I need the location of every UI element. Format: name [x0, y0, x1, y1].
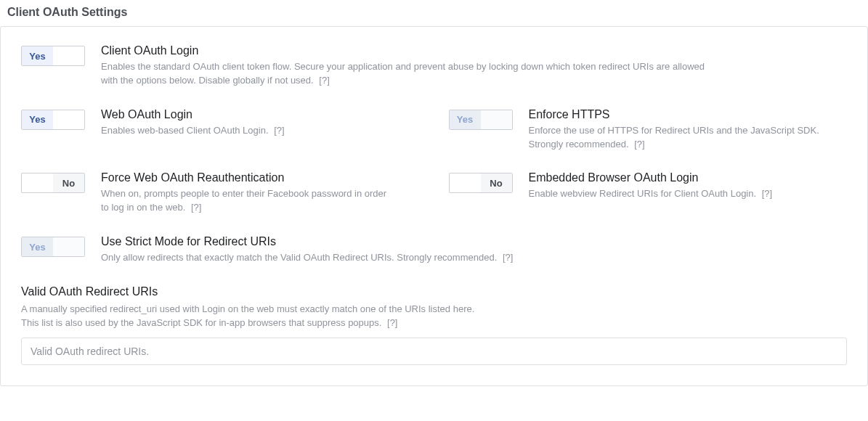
setting-col: Yes No Embedded Browser OAuth Login Enab…	[449, 171, 848, 215]
settings-panel: Yes No Client OAuth Login Enables the st…	[0, 26, 868, 386]
toggle-embedded-browser[interactable]: Yes No	[449, 173, 513, 193]
toggle-web-oauth-login[interactable]: Yes No	[21, 110, 85, 130]
help-icon[interactable]: [?]	[319, 75, 329, 86]
toggle-no-label: No	[53, 237, 84, 256]
setting-col: Yes No Client OAuth Login Enables the st…	[21, 44, 847, 88]
setting-col: Yes No Use Strict Mode for Redirect URIs…	[21, 235, 847, 265]
toggle-client-oauth-login[interactable]: Yes No	[21, 46, 85, 66]
setting-title: Web OAuth Login	[101, 108, 393, 121]
setting-desc-text: Enforce the use of HTTPS for Redirect UR…	[529, 125, 819, 150]
setting-desc: Enable webview Redirect URIs for Client …	[529, 187, 821, 201]
setting-desc: Enables web-based Client OAuth Login. [?…	[101, 124, 393, 138]
toggle-force-reauth[interactable]: Yes No	[21, 173, 85, 193]
setting-title: Embedded Browser OAuth Login	[529, 171, 821, 184]
setting-desc: Enforce the use of HTTPS for Redirect UR…	[529, 124, 821, 152]
toggle-no-label: No	[481, 110, 512, 129]
setting-desc-text: Enables the standard OAuth client token …	[101, 61, 705, 86]
field-desc-line: This list is also used by the JavaScript…	[21, 317, 381, 328]
toggle-yes-label: Yes	[22, 46, 53, 65]
toggle-no-label: No	[53, 173, 84, 192]
setting-desc-text: Enable webview Redirect URIs for Client …	[529, 188, 757, 199]
toggle-yes-label: Yes	[22, 237, 53, 256]
setting-col: Yes No Force Web OAuth Reauthentication …	[21, 171, 420, 215]
help-icon[interactable]: [?]	[762, 188, 772, 199]
setting-desc: Only allow redirects that exactly match …	[101, 251, 713, 265]
toggle-no-label: No	[53, 46, 84, 65]
toggle-yes-label: Yes	[450, 173, 481, 192]
toggle-no-label: No	[481, 173, 512, 192]
help-icon[interactable]: [?]	[191, 202, 201, 213]
setting-row-reauth-and-embedded: Yes No Force Web OAuth Reauthentication …	[21, 171, 847, 215]
setting-col: Yes No Web OAuth Login Enables web-based…	[21, 108, 420, 152]
setting-desc-text: Only allow redirects that exactly match …	[101, 252, 497, 263]
valid-redirect-section: Valid OAuth Redirect URIs A manually spe…	[21, 285, 847, 365]
field-desc-line: A manually specified redirect_uri used w…	[21, 303, 474, 314]
toggle-enforce-https: Yes No	[449, 110, 513, 130]
setting-title: Force Web OAuth Reauthentication	[101, 171, 393, 184]
help-icon[interactable]: [?]	[387, 317, 397, 328]
toggle-no-label: No	[53, 110, 84, 129]
toggle-yes-label: Yes	[450, 110, 481, 129]
toggle-yes-label: Yes	[22, 110, 53, 129]
toggle-strict-mode: Yes No	[21, 237, 85, 257]
setting-row-strict-mode: Yes No Use Strict Mode for Redirect URIs…	[21, 235, 847, 265]
valid-redirect-uris-input[interactable]	[21, 338, 847, 365]
setting-title: Client OAuth Login	[101, 44, 713, 57]
setting-row-client-oauth-login: Yes No Client OAuth Login Enables the st…	[21, 44, 847, 88]
help-icon[interactable]: [?]	[274, 125, 284, 136]
help-icon[interactable]: [?]	[634, 139, 644, 150]
setting-col: Yes No Enforce HTTPS Enforce the use of …	[449, 108, 848, 152]
toggle-yes-label: Yes	[22, 173, 53, 192]
setting-title: Enforce HTTPS	[529, 108, 821, 121]
setting-desc-text: Enables web-based Client OAuth Login.	[101, 125, 269, 136]
setting-row-web-and-https: Yes No Web OAuth Login Enables web-based…	[21, 108, 847, 152]
help-icon[interactable]: [?]	[503, 252, 513, 263]
setting-desc: Enables the standard OAuth client token …	[101, 60, 713, 88]
section-header: Client OAuth Settings	[0, 0, 868, 26]
setting-desc: When on, prompts people to enter their F…	[101, 187, 393, 215]
setting-title: Use Strict Mode for Redirect URIs	[101, 235, 713, 248]
field-desc: A manually specified redirect_uri used w…	[21, 303, 847, 330]
setting-desc-text: When on, prompts people to enter their F…	[101, 188, 386, 213]
field-title: Valid OAuth Redirect URIs	[21, 285, 847, 298]
